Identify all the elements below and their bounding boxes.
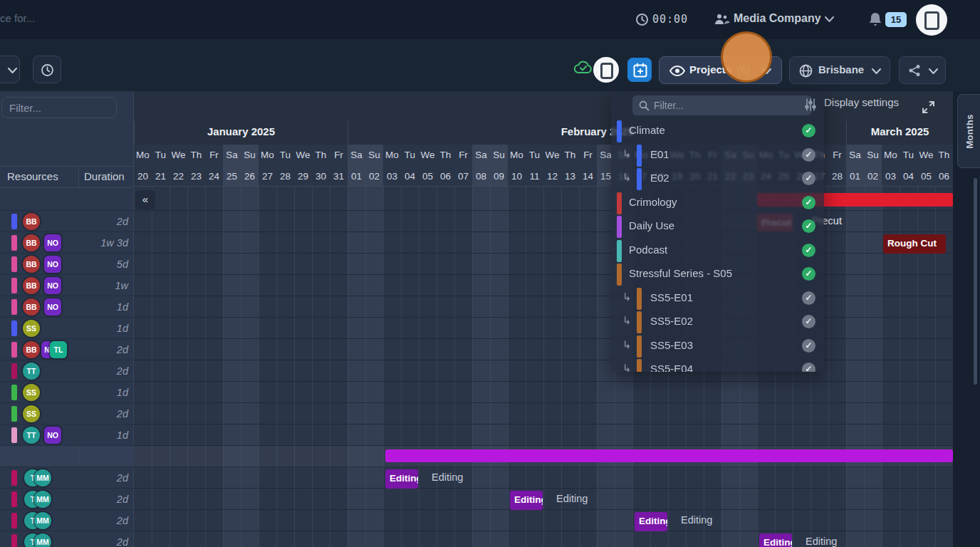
visibility-check-icon[interactable]: ✓ (802, 339, 815, 353)
day-date-cell[interactable]: 03 (882, 166, 900, 187)
collapse-toolbar-button[interactable] (0, 56, 20, 83)
task-bar[interactable]: Editing (759, 533, 792, 547)
column-divider[interactable] (78, 167, 79, 187)
resource-row[interactable]: BB2d (0, 211, 134, 232)
day-date-cell[interactable]: 20 (134, 166, 152, 187)
tab-months[interactable]: Months (957, 94, 980, 168)
day-date-cell[interactable]: 04 (401, 166, 419, 187)
day-date-cell[interactable]: 29 (294, 166, 312, 187)
day-date-cell[interactable]: 28 (276, 166, 294, 187)
resource-row[interactable]: TMM2d (0, 531, 134, 547)
resource-row[interactable]: TT2d (0, 360, 134, 382)
day-date-cell[interactable]: 05 (917, 166, 935, 187)
resource-row[interactable]: BBNTL2d (0, 339, 134, 360)
day-date-cell[interactable]: 26 (241, 166, 259, 187)
task-bar[interactable]: Editing (635, 512, 667, 531)
task-bar[interactable]: Editing (510, 491, 543, 510)
collapse-panel-button[interactable]: « (135, 190, 155, 209)
resources-column-header[interactable]: Resources (7, 167, 58, 187)
project-item[interactable]: Stressful Series - S05✓ (611, 263, 824, 286)
task-bar[interactable]: Rough Cut (883, 234, 946, 254)
resource-row[interactable]: BBNO1d (0, 296, 134, 318)
task-bar[interactable]: Editing (385, 469, 418, 489)
day-date-cell[interactable]: 10 (508, 166, 526, 187)
visibility-check-icon[interactable]: ✓ (802, 172, 815, 185)
day-date-cell[interactable]: 01 (846, 166, 864, 187)
day-date-cell[interactable]: 14 (579, 166, 597, 187)
visibility-check-icon[interactable]: ✓ (802, 267, 815, 281)
chevron-down-icon[interactable] (825, 16, 834, 22)
day-date-cell[interactable]: 03 (383, 166, 401, 187)
day-date-cell[interactable]: 12 (543, 166, 561, 187)
resource-filter-input[interactable]: Filter... (1, 97, 117, 118)
bell-icon[interactable] (868, 11, 882, 28)
day-date-cell[interactable]: 06 (935, 166, 953, 187)
resource-row[interactable]: BBNO1w (0, 275, 134, 296)
project-item[interactable]: Crimology✓ (611, 192, 824, 215)
project-item[interactable]: ↳SS5-E04✓ (611, 358, 824, 372)
vertical-scrollbar[interactable] (974, 178, 977, 385)
visibility-check-icon[interactable]: ✓ (802, 196, 815, 209)
day-date-cell[interactable]: 05 (419, 166, 437, 187)
day-date-cell[interactable]: 24 (205, 166, 223, 187)
location-dropdown-button[interactable]: Brisbane (789, 56, 890, 84)
day-date-cell[interactable]: 11 (526, 166, 543, 187)
visibility-check-icon[interactable]: ✓ (802, 363, 815, 372)
day-date-cell[interactable]: 02 (365, 166, 383, 187)
resource-row[interactable]: BBNO1w 3d (0, 232, 134, 254)
visibility-check-icon[interactable]: ✓ (802, 291, 815, 305)
day-date-cell[interactable]: 02 (864, 166, 882, 187)
resource-row[interactable]: SS2d (0, 403, 134, 424)
project-item[interactable]: ↳E01✓ (611, 144, 824, 167)
project-item[interactable]: ↳SS5-E02✓ (611, 311, 824, 334)
time-settings-button[interactable] (33, 56, 61, 83)
project-item[interactable]: ↳SS5-E03✓ (611, 335, 824, 358)
day-date-cell[interactable]: 28 (828, 166, 846, 187)
day-date-cell[interactable]: 07 (454, 166, 472, 187)
resource-row[interactable]: TMM2d (0, 510, 134, 531)
resource-row[interactable]: TMM2d (0, 467, 134, 489)
visibility-check-icon[interactable]: ✓ (802, 148, 815, 162)
resource-row[interactable]: BBNO5d (0, 254, 134, 275)
group-row[interactable] (0, 446, 134, 467)
visibility-check-icon[interactable]: ✓ (802, 244, 815, 257)
resource-row[interactable]: TMM2d (0, 489, 134, 510)
projects-filter-input[interactable]: Filter... (632, 95, 812, 115)
day-date-cell[interactable]: 04 (900, 166, 917, 187)
day-date-cell[interactable]: 09 (490, 166, 508, 187)
visibility-check-icon[interactable]: ✓ (802, 124, 815, 137)
resource-row[interactable]: SS1d (0, 318, 134, 339)
day-date-cell[interactable]: 22 (170, 166, 187, 187)
filter-fields-icon[interactable] (805, 98, 816, 111)
day-date-cell[interactable]: 08 (472, 166, 490, 187)
day-date-cell[interactable]: 01 (348, 166, 365, 187)
resource-row[interactable]: TTNO1d (0, 424, 134, 446)
project-item[interactable]: Climate✓ (611, 120, 824, 143)
task-bar[interactable] (385, 449, 953, 462)
day-date-cell[interactable]: 27 (259, 166, 276, 187)
share-dropdown-button[interactable] (899, 56, 946, 84)
avatar[interactable] (916, 4, 947, 36)
resource-row[interactable]: SS1d (0, 382, 134, 403)
fullscreen-icon[interactable] (922, 100, 935, 114)
visibility-check-icon[interactable]: ✓ (802, 219, 815, 233)
company-switcher[interactable]: Media Company (734, 12, 821, 25)
avatar[interactable] (593, 57, 619, 83)
day-date-cell[interactable]: 30 (312, 166, 330, 187)
day-date-cell[interactable]: 23 (187, 166, 205, 187)
project-item[interactable]: ↳E02✓ (611, 167, 824, 191)
day-date-cell[interactable]: 06 (437, 166, 454, 187)
day-date-cell[interactable]: 25 (223, 166, 241, 187)
project-item[interactable]: Podcast✓ (611, 239, 824, 263)
notification-badge[interactable]: 15 (885, 12, 907, 27)
duration-column-header[interactable]: Duration (84, 167, 125, 187)
visibility-check-icon[interactable]: ✓ (802, 315, 815, 328)
day-date-cell[interactable]: 13 (561, 166, 579, 187)
calendar-add-button[interactable] (627, 58, 652, 82)
display-settings-button[interactable]: Display settings (824, 96, 899, 108)
day-date-cell[interactable]: 31 (330, 166, 348, 187)
project-item[interactable]: Daily Use✓ (611, 215, 824, 239)
resource-row[interactable] (0, 187, 134, 211)
project-item[interactable]: ↳SS5-E01✓ (611, 287, 824, 311)
day-date-cell[interactable]: 21 (152, 166, 170, 187)
